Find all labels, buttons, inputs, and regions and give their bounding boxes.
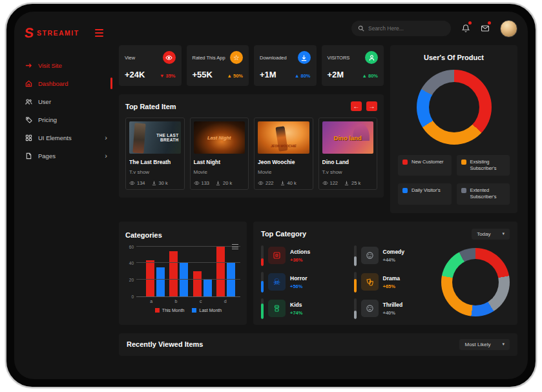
downloads-count: 40 k	[280, 180, 297, 186]
movie-title: Dino Land	[322, 159, 374, 165]
views-count: 122	[322, 180, 339, 186]
movie-card[interactable]: JEON WOOCHIE Jeon Woochie Movie 222 40 k	[254, 118, 313, 190]
categories-legend: This MonthLast Month	[136, 308, 240, 313]
brand-s-icon: S	[24, 26, 34, 39]
search-icon	[358, 25, 364, 32]
price-tag-icon	[25, 116, 32, 123]
views-count: 133	[194, 180, 210, 186]
views-count: 134	[129, 180, 145, 186]
movie-thumbnail: JEON WOOCHIE	[258, 121, 309, 154]
sidebar-item-label: UI Elements	[38, 134, 72, 141]
top-bar	[119, 19, 517, 37]
download-icon	[151, 180, 157, 186]
bell-icon	[461, 24, 470, 33]
movie-card[interactable]: Last Night Last Night Movie 133 20 k	[190, 118, 249, 190]
section-title: Top Category	[261, 230, 306, 238]
sidebar: S STREAMIT Visit Site Dashboard User Pri…	[14, 12, 112, 379]
movie-card[interactable]: Dino land Dino Land T.v show 122 25 k	[318, 118, 378, 190]
page-icon	[25, 152, 32, 160]
stat-label: View	[125, 55, 135, 61]
sidebar-item-visit-site[interactable]: Visit Site	[25, 56, 112, 74]
next-button[interactable]: →	[366, 101, 377, 111]
sidebar-item-label: Visit Site	[38, 62, 62, 69]
chevron-down-icon: ▾	[502, 231, 505, 236]
downloads-count: 25 k	[344, 180, 360, 186]
sidebar-item-pages[interactable]: Pages ›	[25, 147, 112, 165]
home-icon	[25, 79, 32, 87]
user-avatar[interactable]	[500, 20, 517, 37]
legend-item: Last Month	[192, 308, 222, 313]
legend-item: New Customer	[398, 155, 452, 176]
stat-card-view: View +24K ▼ 35%	[119, 45, 182, 86]
stat-label: Rated This App	[193, 55, 225, 61]
stat-card-rated: Rated This App ☆ +55K ▲ 50%	[187, 45, 249, 86]
search-input[interactable]	[368, 25, 444, 32]
sidebar-item-label: Pages	[38, 152, 56, 160]
device-frame: S STREAMIT Visit Site Dashboard User Pri…	[5, 3, 537, 388]
movie-type: Movie	[258, 169, 309, 175]
person-icon	[365, 51, 378, 64]
legend-item: Extented Subscriber's	[457, 183, 510, 204]
section-title: User's Of Product	[398, 54, 510, 61]
category-item-kids[interactable]: Kids+74%	[261, 298, 344, 319]
stat-card-visitors: VISITORS +2M ▲ 80%	[322, 45, 384, 86]
category-item-actions[interactable]: Actions+36%	[261, 245, 344, 266]
category-item-horror[interactable]: ☠ Horror+56%	[261, 272, 344, 293]
stat-card-downloaded: Downloaded +1M ▲ 80%	[254, 45, 317, 86]
categories-plot: 0204060	[136, 247, 240, 297]
sidebar-item-pricing[interactable]: Pricing	[25, 110, 112, 129]
sidebar-item-user[interactable]: User	[25, 92, 112, 110]
progress-track	[261, 272, 264, 293]
sidebar-item-dashboard[interactable]: Dashboard	[25, 74, 112, 92]
movie-type: T.v show	[322, 169, 374, 175]
stat-label: Downloaded	[260, 55, 287, 61]
eye-icon	[258, 180, 264, 186]
notifications-button[interactable]	[461, 24, 470, 33]
star-icon: ☆	[230, 51, 243, 64]
stat-delta: ▲ 50%	[227, 73, 243, 79]
x-tick: c	[200, 299, 202, 304]
section-title: Recently Viewed Items	[127, 340, 203, 348]
chevron-down-icon: ▾	[502, 342, 505, 347]
mail-icon	[481, 24, 490, 33]
y-tick: 20	[125, 278, 134, 282]
hamburger-menu-icon[interactable]	[95, 29, 103, 37]
smiley-icon	[361, 300, 379, 317]
stat-value: +1M	[260, 70, 276, 79]
category-item-comedy[interactable]: Comedy+44%	[354, 245, 437, 266]
movie-card[interactable]: THE LAST BREATH The Last Breath T.v show…	[125, 118, 185, 190]
today-filter-dropdown[interactable]: Today▾	[472, 229, 510, 240]
eye-icon	[163, 51, 176, 64]
sidebar-menu: Visit Site Dashboard User Pricing UI Ele…	[25, 56, 112, 165]
recently-viewed-panel: Recently Viewed Items Most Likely▾	[119, 333, 517, 356]
smiley-icon	[361, 247, 379, 264]
messages-button[interactable]	[481, 24, 490, 33]
categories-xlabels: abcd	[136, 297, 240, 304]
legend-item: Exsisting Subscriber's	[457, 155, 510, 176]
category-item-drama[interactable]: Drama+65%	[354, 272, 437, 293]
movie-title: Jeon Woochie	[258, 159, 309, 165]
prev-button[interactable]: ←	[351, 101, 362, 111]
download-icon	[344, 180, 349, 186]
x-tick: d	[224, 299, 227, 304]
notification-badge	[468, 21, 472, 25]
eye-icon	[129, 180, 135, 186]
eye-icon	[322, 180, 328, 186]
category-item-thrilled[interactable]: Thrilled+40%	[354, 298, 437, 319]
movie-title: The Last Breath	[129, 159, 181, 165]
chevron-right-icon: ›	[105, 152, 107, 160]
movie-title: Last Night	[194, 159, 245, 165]
stats-row: View +24K ▼ 35% Rated This App ☆	[119, 45, 384, 86]
arrow-right-icon	[25, 61, 32, 69]
top-rated-panel: Top Rated Item ← → THE LAST BREATH The L…	[119, 94, 384, 198]
most-likely-dropdown[interactable]: Most Likely▾	[459, 339, 510, 350]
progress-track	[261, 298, 264, 319]
upper-row: View +24K ▼ 35% Rated This App ☆	[119, 45, 517, 213]
movie-thumbnail: Dino land	[322, 121, 374, 154]
search-box	[351, 21, 451, 36]
sidebar-item-ui-elements[interactable]: UI Elements ›	[25, 129, 112, 147]
gridline	[136, 246, 240, 247]
action-icon	[268, 247, 286, 264]
bar	[203, 280, 212, 296]
movie-type: Movie	[194, 169, 245, 175]
